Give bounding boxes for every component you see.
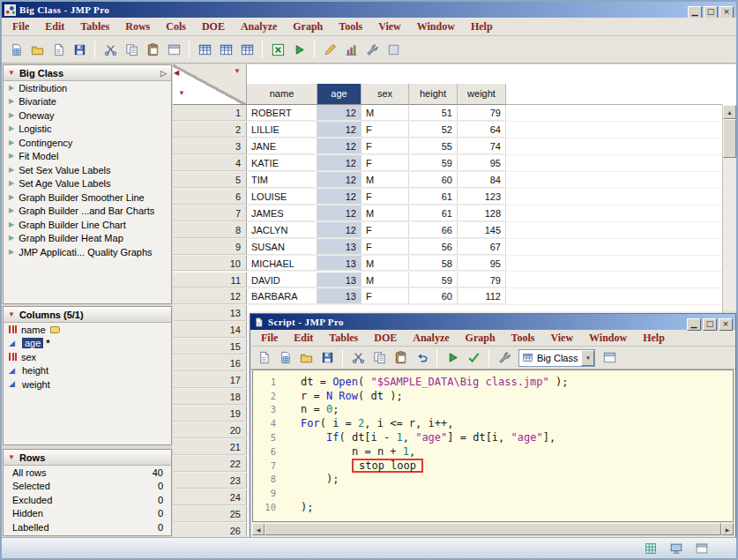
- script-minimize-button[interactable]: ▁: [687, 318, 701, 331]
- new-script-icon[interactable]: [254, 348, 273, 368]
- cell-sex[interactable]: F: [362, 138, 409, 154]
- cell-age[interactable]: 13: [317, 239, 362, 255]
- cell-age[interactable]: 12: [317, 138, 362, 154]
- row-number[interactable]: 12: [173, 288, 247, 304]
- new-data-table-icon[interactable]: [6, 40, 26, 59]
- table-script-item[interactable]: ▶Logistic: [4, 123, 171, 137]
- row-number[interactable]: 8: [173, 222, 247, 238]
- subset-icon[interactable]: [216, 40, 235, 59]
- cell-height[interactable]: 51: [409, 105, 458, 121]
- script-code-line[interactable]: 2r = N Row( dt );: [253, 389, 733, 403]
- column-item-name[interactable]: name: [4, 323, 171, 337]
- minimize-button[interactable]: ▁: [688, 6, 702, 19]
- cell-name[interactable]: TIM: [247, 172, 317, 188]
- red-triangle-icon[interactable]: ▼: [8, 311, 15, 318]
- script-maximize-button[interactable]: □: [703, 318, 717, 331]
- cell-age[interactable]: 12: [317, 222, 362, 238]
- cell-age[interactable]: 12: [317, 189, 362, 205]
- column-header-weight[interactable]: weight: [458, 84, 506, 105]
- cell-name[interactable]: SUSAN: [247, 239, 317, 255]
- row-number[interactable]: 11: [173, 273, 247, 288]
- status-table-icon[interactable]: [641, 539, 660, 558]
- cell-age[interactable]: 13: [317, 273, 362, 288]
- cell-height[interactable]: 61: [409, 205, 458, 221]
- row-number[interactable]: 2: [173, 122, 247, 138]
- tools-icon[interactable]: [362, 40, 382, 59]
- copy-icon[interactable]: [369, 348, 389, 368]
- column-header-age[interactable]: age: [317, 84, 362, 105]
- cell-weight[interactable]: 112: [458, 288, 506, 304]
- row-number[interactable]: 18: [173, 389, 247, 405]
- cell-sex[interactable]: F: [362, 239, 409, 255]
- status-computer-icon[interactable]: [667, 539, 686, 558]
- script-code-line[interactable]: 7stop loop: [253, 459, 733, 473]
- table-script-item[interactable]: ▶Set Age Value Labels: [4, 177, 171, 191]
- cell-height[interactable]: 60: [409, 288, 458, 304]
- menu-analyze[interactable]: Analyze: [234, 19, 284, 35]
- table-script-item[interactable]: ▶Graph Builder Heat Map: [4, 232, 171, 246]
- row-number[interactable]: 13: [173, 305, 247, 321]
- columns-panel-header[interactable]: ▼ Columns (5/1): [4, 307, 171, 323]
- cell-age[interactable]: 13: [317, 288, 362, 304]
- menu-tables[interactable]: Tables: [322, 330, 365, 347]
- row-number[interactable]: 4: [173, 155, 247, 171]
- table-script-item[interactable]: ▶Graph Builder Line Chart: [4, 218, 171, 232]
- save-icon[interactable]: [317, 348, 337, 368]
- menu-graph[interactable]: Graph: [286, 19, 330, 35]
- cell-sex[interactable]: M: [362, 205, 409, 221]
- row-number[interactable]: 14: [173, 322, 247, 338]
- column-header-name[interactable]: name: [247, 84, 317, 105]
- rows-menu-icon[interactable]: ▼: [178, 90, 185, 97]
- vertical-scrollbar-thumb[interactable]: [723, 119, 736, 158]
- row-number[interactable]: 23: [173, 473, 247, 489]
- combo-dropdown-arrow[interactable]: ▼: [581, 350, 594, 366]
- script-editor-icon[interactable]: [320, 40, 339, 59]
- row-number[interactable]: 7: [173, 205, 247, 221]
- script-code-line[interactable]: 9: [253, 486, 733, 500]
- cell-name[interactable]: LOUISE: [247, 189, 317, 205]
- column-item-height[interactable]: ◢height: [4, 364, 171, 378]
- cell-sex[interactable]: F: [362, 189, 409, 205]
- menu-rows[interactable]: Rows: [118, 19, 157, 35]
- cell-age[interactable]: 13: [317, 256, 362, 272]
- cell-weight[interactable]: 74: [458, 138, 506, 154]
- journal-icon[interactable]: [164, 40, 183, 59]
- cell-sex[interactable]: M: [362, 256, 409, 272]
- table-script-item[interactable]: ▶Graph Builder ...and Bar Charts: [4, 205, 171, 219]
- excel-import-icon[interactable]: [268, 40, 287, 59]
- cell-name[interactable]: BARBARA: [247, 288, 317, 304]
- menu-help[interactable]: Help: [636, 330, 672, 347]
- table-script-item[interactable]: ▶JMP Applicati... Quality Graphs: [4, 245, 171, 259]
- cell-sex[interactable]: F: [362, 288, 409, 304]
- new-journal-icon[interactable]: [48, 40, 68, 59]
- row-number[interactable]: 26: [173, 523, 247, 537]
- menu-file[interactable]: File: [254, 330, 285, 347]
- cell-weight[interactable]: 64: [458, 122, 506, 138]
- cell-height[interactable]: 56: [409, 239, 458, 255]
- undo-icon[interactable]: [412, 348, 431, 368]
- cell-name[interactable]: ROBERT: [247, 105, 317, 121]
- menu-cols[interactable]: Cols: [159, 19, 193, 35]
- row-number[interactable]: 5: [173, 172, 247, 188]
- summary-icon[interactable]: [195, 40, 214, 59]
- paste-icon[interactable]: [391, 348, 410, 368]
- collapse-panel-icon[interactable]: ▷: [160, 69, 167, 78]
- menu-edit[interactable]: Edit: [38, 19, 71, 35]
- cell-name[interactable]: LILLIE: [247, 122, 317, 138]
- row-number[interactable]: 15: [173, 339, 247, 355]
- cell-name[interactable]: KATIE: [247, 155, 317, 171]
- row-number[interactable]: 9: [173, 239, 247, 255]
- cell-weight[interactable]: 145: [458, 222, 506, 238]
- row-number[interactable]: 19: [173, 406, 247, 422]
- script-code-line[interactable]: 3n = 0;: [253, 403, 733, 417]
- row-number[interactable]: 1: [173, 105, 247, 121]
- red-triangle-icon[interactable]: ▼: [8, 454, 15, 461]
- script-code-line[interactable]: 4For( i = 2, i <= r, i++,: [253, 416, 733, 430]
- cell-name[interactable]: JANE: [247, 138, 317, 154]
- column-header-height[interactable]: height: [409, 84, 458, 105]
- cell-height[interactable]: 60: [409, 172, 458, 188]
- script-code-line[interactable]: 5If( dt[i - 1, "age"] = dt[i, "age"],: [253, 430, 733, 444]
- column-header-sex[interactable]: sex: [362, 84, 409, 105]
- check-syntax-icon[interactable]: [464, 348, 483, 368]
- column-item-weight[interactable]: ◢weight: [4, 377, 171, 392]
